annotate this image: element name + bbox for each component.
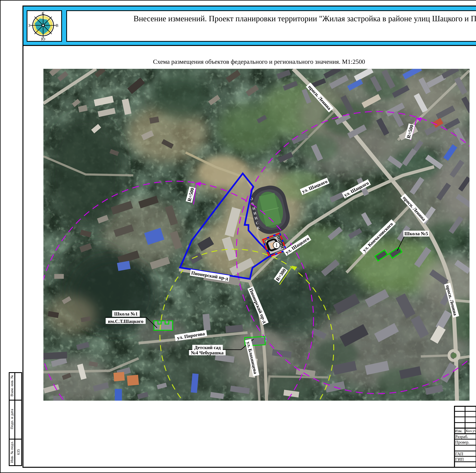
svg-text:им.С.Т.Шацкого: им.С.Т.Шацкого — [108, 319, 143, 324]
svg-text:1: 1 — [275, 242, 278, 248]
svg-text:№4 Чебурашка: №4 Чебурашка — [191, 350, 224, 355]
svg-text:Детский сад: Детский сад — [194, 345, 221, 350]
svg-text:Школа №1: Школа №1 — [114, 311, 138, 316]
svg-text:В: В — [56, 23, 58, 28]
svg-text:З: З — [28, 23, 30, 28]
svg-text:С: С — [42, 11, 44, 16]
svg-text:Ю: Ю — [41, 37, 45, 41]
svg-text:Школа №5: Школа №5 — [404, 231, 428, 236]
